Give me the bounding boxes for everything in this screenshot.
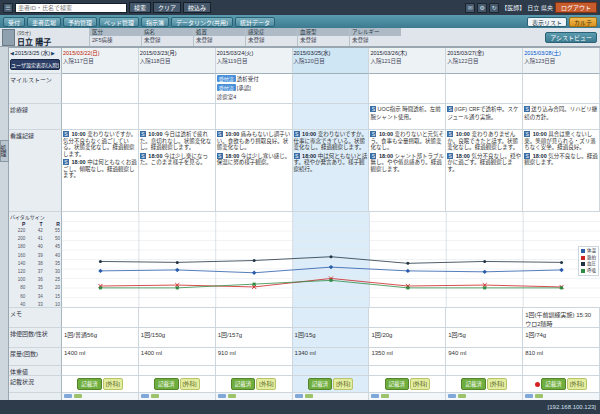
- date-column-header[interactable]: 2015/03/24(火)入院119日目: [216, 48, 293, 74]
- milestone-cell[interactable]: [62, 74, 139, 104]
- memo-cell[interactable]: [139, 308, 216, 328]
- mail-icon[interactable]: ✉: [465, 3, 475, 13]
- nursing-time: 18:00: [454, 153, 471, 159]
- milestone-cell[interactable]: [446, 74, 523, 104]
- medical-record-cell[interactable]: SUOC指示 時間透析。左前腕シャント使用。: [369, 104, 446, 130]
- weight-cell[interactable]: [62, 366, 139, 376]
- record-status-cell[interactable]: 記載済[外科]: [369, 376, 446, 393]
- nursing-record-cell[interactable]: S 10:00 変わりないですか。仕事に専念できている。状態変化なし。経過観察し…: [293, 130, 370, 212]
- weight-cell[interactable]: [293, 366, 370, 376]
- stool-cell[interactable]: 1回/15g: [293, 328, 370, 348]
- record-status-cell[interactable]: 記載済[外科]: [293, 376, 370, 393]
- urine-cell[interactable]: 910 ml: [216, 348, 293, 366]
- date-column-header[interactable]: 2015/03/23(月)入院118日目: [139, 48, 216, 74]
- user-view-setting-button[interactable]: ユーザ設定表示(入院): [10, 59, 60, 70]
- stool-cell[interactable]: 1回/74g: [523, 328, 600, 348]
- urine-cell[interactable]: 1340 ml: [293, 348, 370, 366]
- memo-cell[interactable]: [293, 308, 370, 328]
- patient-search-input[interactable]: [15, 3, 127, 13]
- date-column-header[interactable]: 2015/03/27(金)入院122日目: [446, 48, 523, 74]
- stool-cell[interactable]: 1回/157g: [216, 328, 293, 348]
- record-status-cell[interactable]: 記載済[外科]: [62, 376, 139, 393]
- logout-button[interactable]: ログアウト: [555, 2, 597, 13]
- weight-cell[interactable]: [446, 366, 523, 376]
- memo-cell[interactable]: [369, 308, 446, 328]
- record-status-cell[interactable]: 記載済[外科]: [139, 376, 216, 393]
- recorded-badge[interactable]: 記載済: [541, 378, 566, 390]
- medical-record-cell[interactable]: [62, 104, 139, 130]
- date-column-header[interactable]: 2015/03/22(日)入院117日目: [62, 48, 139, 74]
- search-button[interactable]: 検索: [129, 2, 151, 13]
- milestone-text: 透析受付: [237, 76, 259, 82]
- medical-record-cell[interactable]: [293, 104, 370, 130]
- milestone-cell[interactable]: [523, 74, 600, 104]
- nursing-record-cell[interactable]: S 10:00 具合は悪くないし楽。笑顔が見られる・ズリ落ちなく安坐。経過良好。…: [523, 130, 600, 212]
- toolbar-button-4[interactable]: 指示簿: [141, 17, 169, 27]
- nursing-record-cell[interactable]: S 10:00 変わりないですか。気分不良もなく過ごしている。状態変化なし。経過…: [62, 130, 139, 212]
- status-bar: [192.168.100.123]: [0, 400, 600, 414]
- recorded-badge[interactable]: 記載済: [231, 378, 256, 390]
- weight-cell[interactable]: [523, 366, 600, 376]
- next-day-button[interactable]: ▶: [51, 50, 55, 56]
- date-column-header[interactable]: 2015/03/25(水)入院120日目: [293, 48, 370, 74]
- medical-record-cell[interactable]: S(IGF) CRFで透析中。スケジュール通り実施。: [446, 104, 523, 130]
- medical-record-cell[interactable]: [139, 104, 216, 130]
- settings-icon[interactable]: ⚙: [477, 3, 487, 13]
- nursing-record-cell[interactable]: S 10:00 今日は透析で疲れた。息切れなし。状態変化なし。経過観察します。S…: [139, 130, 216, 212]
- weight-cell[interactable]: [216, 366, 293, 376]
- urine-cell[interactable]: 940 ml: [446, 348, 523, 366]
- medical-record-cell[interactable]: [216, 104, 293, 130]
- nursing-record-cell[interactable]: S 10:00 痛みもないし調子いい。食欲もあり摂取良好。状態変化なし。S 18…: [216, 130, 293, 212]
- assist-view-button[interactable]: アシストビュー: [545, 32, 597, 43]
- urine-cell[interactable]: 1400 ml: [62, 348, 139, 366]
- recorded-badge[interactable]: 記載済: [308, 378, 333, 390]
- urine-cell[interactable]: 1350 ml: [369, 348, 446, 366]
- vital-chart-area[interactable]: 体温脈拍血圧呼吸: [62, 212, 600, 308]
- memo-cell[interactable]: 1回(午前訓練実施) 15:30 ウロ2随時: [523, 308, 600, 328]
- weight-cell[interactable]: [369, 366, 446, 376]
- refresh-icon[interactable]: ↻: [489, 3, 499, 13]
- medical-record-cell[interactable]: S送り込み合同。リハビリ継続の方針。: [523, 104, 600, 130]
- stool-cell[interactable]: 1回/20g: [369, 328, 446, 348]
- record-status-cell[interactable]: 記載済[外科]: [216, 376, 293, 393]
- stool-cell[interactable]: 1回/普通56g: [62, 328, 139, 348]
- memo-cell[interactable]: [446, 308, 523, 328]
- milestone-cell[interactable]: [293, 74, 370, 104]
- urine-cell[interactable]: 1400 ml: [139, 348, 216, 366]
- toolbar-right-button-1[interactable]: カルテ: [569, 17, 597, 27]
- toolbar-button-6[interactable]: 統計データ: [235, 17, 275, 27]
- recorded-badge[interactable]: 記載済: [154, 378, 179, 390]
- toolbar-button-5[interactable]: データリンク(共用): [171, 17, 233, 27]
- recorded-badge[interactable]: 記載済: [461, 378, 486, 390]
- date-column-header[interactable]: 2015/03/28(土)入院123日目: [523, 48, 600, 74]
- date-column-header[interactable]: 2015/03/26(木)入院121日目: [369, 48, 446, 74]
- nursing-record-cell[interactable]: S 10:00 変わりありませんか。良眠できたと話す。状態変化なし。経過観察しま…: [446, 130, 523, 212]
- stool-cell[interactable]: 1回/5g: [446, 328, 523, 348]
- record-status-cell[interactable]: 記載済[外科]: [523, 376, 600, 393]
- milestone-text: [承認]: [237, 85, 251, 91]
- side-panel-tab[interactable]: 処理: [0, 140, 9, 162]
- record-status-cell[interactable]: 記載済[外科]: [446, 376, 523, 393]
- toolbar-button-2[interactable]: 予約管理: [63, 17, 97, 27]
- weight-cell[interactable]: [139, 366, 216, 376]
- toolbar-button-3[interactable]: ベッド管理: [99, 17, 139, 27]
- memo-cell[interactable]: [216, 308, 293, 328]
- stool-cell[interactable]: 1回/150g: [139, 328, 216, 348]
- nursing-record-cell[interactable]: S 10:00 変わりないと元気そう。食事も全量摂取。状態変化なし。S 18:0…: [369, 130, 446, 212]
- milestone-cell[interactable]: [369, 74, 446, 104]
- toolbar-button-1[interactable]: 患者広場: [27, 17, 61, 27]
- memo-cell[interactable]: [62, 308, 139, 328]
- filter-button[interactable]: 絞込み: [183, 2, 211, 13]
- urine-cell[interactable]: 810 ml: [523, 348, 600, 366]
- toolbar-right-button-0[interactable]: 表示リスト: [527, 17, 567, 27]
- toolbar-button-0[interactable]: 受付: [3, 17, 25, 27]
- menu-icon[interactable]: ☰: [3, 3, 13, 13]
- clear-button[interactable]: クリア: [153, 2, 181, 13]
- recorded-badge[interactable]: 記載済: [77, 378, 102, 390]
- prev-day-button[interactable]: ◀: [10, 50, 14, 56]
- column-date: 2015/03/25(水): [294, 49, 368, 57]
- alert-icon: [535, 382, 540, 387]
- recorded-badge[interactable]: 記載済: [385, 378, 410, 390]
- milestone-cell[interactable]: [139, 74, 216, 104]
- milestone-cell[interactable]: 受付済透析受付受付済[承認]診察室4: [216, 74, 293, 104]
